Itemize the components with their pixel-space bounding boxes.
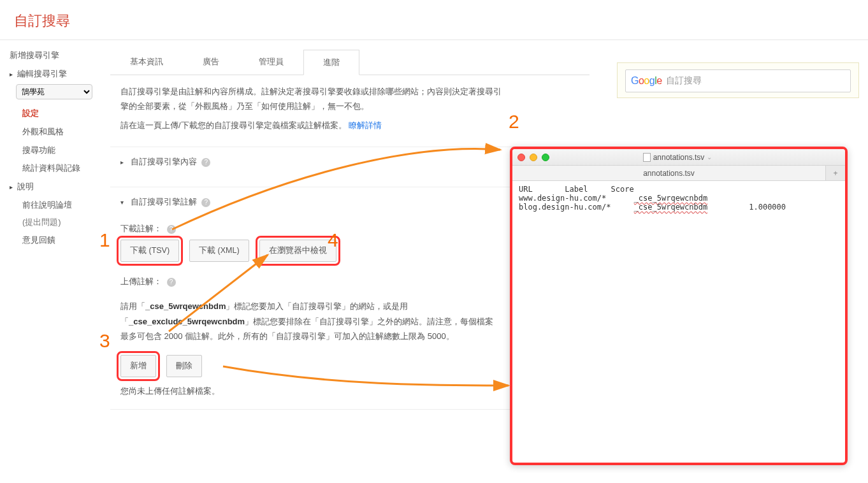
help-icon[interactable]: ? xyxy=(201,158,210,167)
sidebar-item-settings[interactable]: 設定 xyxy=(22,105,100,123)
dropdown-icon: ⌄ xyxy=(707,154,712,161)
chevron-right-icon: ▸ xyxy=(120,159,128,166)
tab-admin[interactable]: 管理員 xyxy=(239,49,303,75)
annotation-number-4: 4 xyxy=(328,229,338,251)
help-icon[interactable]: ? xyxy=(201,198,210,207)
editor-content: URL Label Score www.design-hu.com/* _cse… xyxy=(512,181,845,215)
sidebar-item-help[interactable]: 說明 xyxy=(10,178,100,196)
sidebar: 新增搜尋引擎 編輯搜尋引擎 鵠學苑 設定 外觀和風格 搜尋功能 統計資料與記錄 … xyxy=(0,40,105,410)
sidebar-label: 編輯搜尋引擎 xyxy=(17,69,67,78)
search-placeholder: 自訂搜尋 xyxy=(666,75,702,87)
new-tab-button[interactable]: + xyxy=(826,169,845,178)
maximize-window-icon[interactable] xyxy=(542,154,549,161)
minimize-window-icon[interactable] xyxy=(530,154,537,161)
chevron-down-icon: ▾ xyxy=(120,199,128,206)
close-window-icon[interactable] xyxy=(517,154,525,161)
sidebar-item-stats[interactable]: 統計資料與記錄 xyxy=(22,159,100,178)
sidebar-item-ask: (提出問題) xyxy=(22,215,100,232)
annotation-number-2: 2 xyxy=(509,111,519,133)
intro-text-2: 請在這一頁上傳/下載您的自訂搜尋引擎定義檔案或註解檔案。 瞭解詳情 xyxy=(110,118,505,136)
sidebar-item-look-feel[interactable]: 外觀和風格 xyxy=(22,123,100,141)
download-tsv-button[interactable]: 下載 (TSV) xyxy=(120,240,179,262)
upload-desc: 請用「_cse_5wrqewcnbdm」標記您要加入「自訂搜尋引擎」的網站，或是… xyxy=(110,292,505,350)
window-title: annotations.tsv xyxy=(653,153,705,162)
search-box[interactable]: Google 自訂搜尋 xyxy=(625,69,851,92)
annotation-number-3: 3 xyxy=(99,330,110,352)
help-icon[interactable]: ? xyxy=(167,278,176,287)
section-content-label: 自訂搜尋引擎內容 xyxy=(131,157,197,166)
sidebar-item-edit-engine[interactable]: 編輯搜尋引擎 xyxy=(10,65,100,83)
view-in-browser-button[interactable]: 在瀏覽器中檢視 xyxy=(259,240,336,262)
delete-button[interactable]: 刪除 xyxy=(166,355,202,377)
sidebar-item-new-engine[interactable]: 新增搜尋引擎 xyxy=(10,47,100,65)
sidebar-label: 說明 xyxy=(17,182,34,191)
tab-basic[interactable]: 基本資訊 xyxy=(110,49,183,75)
add-button[interactable]: 新增 xyxy=(120,355,156,377)
google-logo-icon: Google xyxy=(631,75,662,87)
mac-editor-window: annotations.tsv ⌄ annotations.tsv + URL … xyxy=(510,147,848,465)
tab-ads[interactable]: 廣告 xyxy=(183,49,239,75)
tabs: 基本資訊 廣告 管理員 進階 xyxy=(110,49,590,75)
annotation-number-1: 1 xyxy=(99,229,110,251)
engine-select[interactable]: 鵠學苑 xyxy=(16,84,92,99)
tab-advanced[interactable]: 進階 xyxy=(303,50,359,75)
search-preview: Google 自訂搜尋 xyxy=(617,62,859,98)
intro-text-1: 自訂搜尋引擎是由註解和內容所構成。註解決定著搜尋引擎要收錄或排除哪些網站；內容則… xyxy=(110,75,505,118)
mac-tabbar: annotations.tsv + xyxy=(512,166,845,181)
sidebar-item-help-forum[interactable]: 前往說明論壇 xyxy=(22,196,100,215)
mac-titlebar: annotations.tsv ⌄ xyxy=(512,149,845,166)
no-files-text: 您尚未上傳任何註解檔案。 xyxy=(110,377,505,405)
document-icon xyxy=(643,153,651,162)
download-xml-button[interactable]: 下載 (XML) xyxy=(189,240,249,262)
learn-more-link[interactable]: 瞭解詳情 xyxy=(349,120,382,130)
page-title: 自訂搜尋 xyxy=(0,0,868,40)
sidebar-item-feedback[interactable]: 意見回饋 xyxy=(22,231,100,250)
editor-tab[interactable]: annotations.tsv xyxy=(512,166,826,180)
sidebar-item-search-features[interactable]: 搜尋功能 xyxy=(22,141,100,160)
section-annotations-label: 自訂搜尋引擎註解 xyxy=(131,197,197,206)
help-icon[interactable]: ? xyxy=(167,225,176,234)
